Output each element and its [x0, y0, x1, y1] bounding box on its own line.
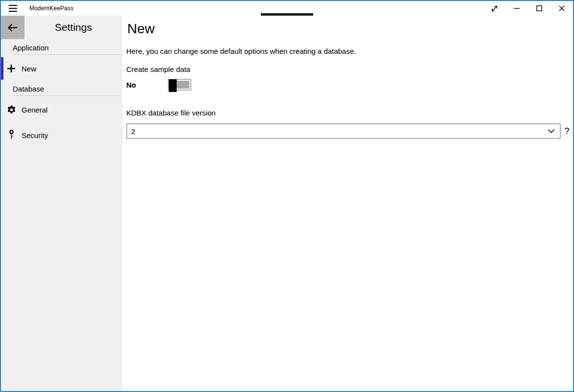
settings-nav: Application New Database	[1, 44, 122, 147]
page-title: New	[127, 21, 573, 37]
sample-data-label: Create sample data	[126, 65, 573, 73]
sample-data-toggle-row: No	[126, 78, 573, 91]
toggle-state-label: No	[126, 81, 168, 89]
sidebar-item-security[interactable]: Security	[1, 123, 122, 147]
sidebar-title: Settings	[24, 16, 122, 39]
close-button[interactable]	[551, 1, 573, 16]
plus-icon	[1, 64, 22, 73]
combobox-value: 2	[131, 127, 135, 136]
kdbx-version-label: KDBX database file version	[126, 109, 573, 117]
help-button[interactable]: ?	[561, 126, 573, 137]
key-icon	[1, 130, 22, 141]
gear-icon	[1, 105, 22, 115]
section-header-database: Database	[13, 85, 120, 96]
kdbx-version-combobox[interactable]: 2	[126, 123, 561, 139]
maximize-icon	[536, 5, 542, 11]
minimize-button[interactable]	[505, 1, 528, 16]
sidebar-item-general[interactable]: General	[1, 98, 122, 121]
sample-data-toggle[interactable]	[168, 79, 191, 91]
kdbx-version-row: 2 ?	[126, 123, 573, 139]
sidebar-item-label: General	[22, 106, 47, 114]
maximize-button[interactable]	[528, 1, 551, 16]
sidebar-item-label: Security	[22, 131, 48, 139]
menu-button[interactable]	[1, 1, 24, 16]
back-button[interactable]	[1, 16, 24, 39]
page-description: Here, you can change some default option…	[126, 47, 573, 55]
hamburger-icon	[9, 5, 17, 12]
settings-sidebar: Settings Application New Database	[1, 16, 122, 391]
toggle-knob[interactable]	[169, 79, 177, 92]
section-header-application: Application	[13, 44, 120, 55]
close-icon	[559, 5, 565, 11]
chevron-down-icon	[548, 129, 555, 134]
app-title: ModernKeePass	[29, 5, 73, 12]
sidebar-item-label: New	[22, 65, 36, 73]
minimize-icon	[514, 8, 520, 9]
sidebar-item-new[interactable]: New	[1, 57, 122, 80]
window-controls	[483, 1, 573, 16]
back-arrow-icon	[7, 23, 18, 32]
fullscreen-button[interactable]	[483, 1, 505, 16]
settings-content: New Here, you can change some default op…	[122, 16, 573, 391]
app-window: ModernKeePass	[0, 0, 574, 392]
fullscreen-icon	[491, 5, 498, 12]
sidebar-header: Settings	[1, 16, 122, 39]
